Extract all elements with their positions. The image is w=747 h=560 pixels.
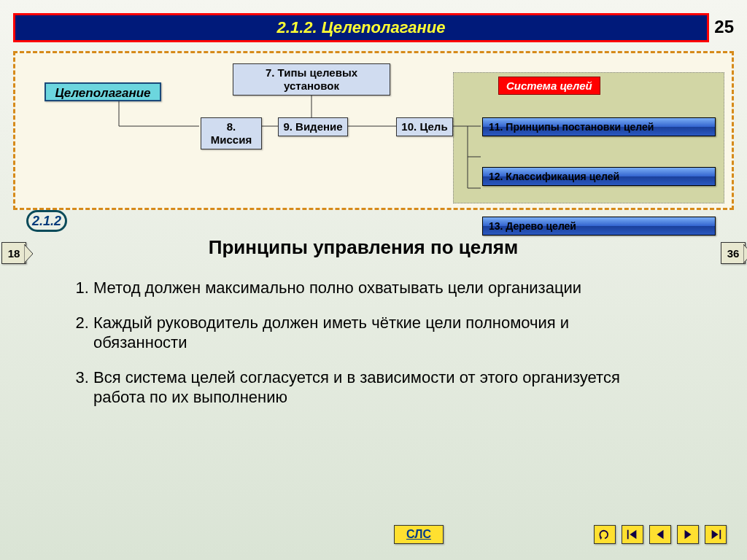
content-title: Принципы управления по целям (64, 236, 662, 259)
play-back-icon (654, 528, 667, 541)
node-10-label: 10. Цель (401, 120, 447, 133)
node-9-label: 9. Видение (283, 120, 342, 133)
svg-marker-17 (685, 530, 692, 540)
nav-first-button[interactable] (622, 525, 643, 544)
chevron-right-icon (24, 244, 33, 263)
node-13[interactable]: 13. Дерево целей (482, 217, 716, 236)
node-11-label: 11. Принципы постановки целей (489, 121, 654, 133)
node-9[interactable]: 9. Видение (278, 117, 348, 136)
node-8[interactable]: 8. Миссия (201, 117, 262, 149)
svg-marker-15 (630, 530, 636, 540)
system-goals-title: Система целей (498, 77, 600, 95)
list-item: Метод должен максимально полно охватыват… (93, 278, 662, 298)
nav-forward-button[interactable] (677, 525, 699, 544)
svg-marker-18 (712, 530, 719, 540)
list-item: Каждый руководитель должен иметь чёткие … (93, 313, 662, 353)
header-bar: 2.1.2. Целеполагание (13, 13, 709, 42)
svg-marker-12 (743, 244, 747, 263)
node-main-label: Целеполагание (55, 86, 150, 100)
nav-last-button[interactable] (705, 525, 727, 544)
list-item: Вся система целей согласуется и в зависи… (93, 368, 662, 408)
nav-home-button[interactable] (594, 525, 616, 544)
nav-next-button[interactable]: 36 (721, 242, 746, 264)
svg-marker-13 (600, 537, 603, 540)
nav-prev-label: 18 (8, 247, 20, 260)
node-12[interactable]: 12. Классификация целей (482, 167, 716, 186)
bottom-nav (594, 525, 727, 544)
skip-back-icon (626, 528, 639, 541)
principles-list: Метод должен максимально полно охватыват… (64, 278, 662, 408)
sls-button[interactable]: СЛС (394, 525, 444, 544)
chevron-right-icon (743, 244, 747, 263)
node-12-label: 12. Классификация целей (489, 171, 619, 182)
nav-back-button[interactable] (649, 525, 671, 544)
node-11[interactable]: 11. Принципы постановки целей (482, 117, 716, 136)
node-main[interactable]: Целеполагание (44, 82, 161, 101)
return-icon (598, 528, 611, 541)
diagram-container: Система целей Целеполагание 7. Типы целе… (13, 51, 734, 210)
nav-prev-button[interactable]: 18 (1, 242, 26, 264)
node-8-label: 8. Миссия (211, 120, 252, 146)
node-10[interactable]: 10. Цель (396, 117, 453, 136)
section-badge-label: 2.1.2 (32, 214, 61, 229)
header-title: 2.1.2. Целеполагание (277, 18, 446, 37)
skip-forward-icon (709, 528, 722, 541)
node-7[interactable]: 7. Типы целевых установок (233, 63, 390, 96)
play-forward-icon (681, 528, 694, 541)
main-content: Принципы управления по целям Метод долже… (64, 236, 662, 422)
sls-label: СЛС (406, 528, 431, 540)
node-7-label: 7. Типы целевых установок (266, 66, 357, 92)
svg-rect-14 (627, 530, 629, 540)
nav-next-label: 36 (727, 247, 740, 260)
page-number: 25 (714, 17, 734, 37)
node-13-label: 13. Дерево целей (489, 220, 576, 232)
svg-rect-19 (719, 530, 721, 540)
svg-marker-11 (24, 244, 33, 263)
section-badge[interactable]: 2.1.2 (26, 210, 67, 232)
svg-marker-16 (657, 530, 664, 540)
